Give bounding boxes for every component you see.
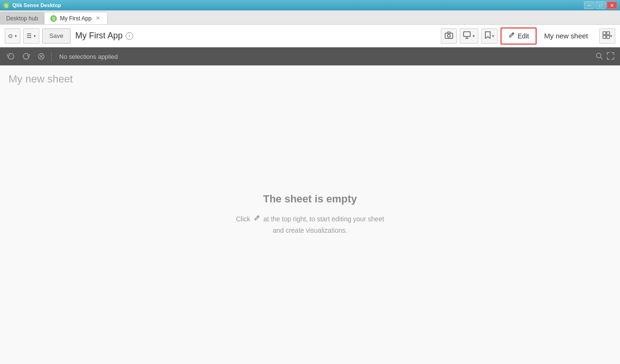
empty-state-line2: at the top right, to start editing your …: [264, 215, 384, 223]
forward-selection-button[interactable]: [21, 51, 31, 62]
window-title: Qlik Sense Desktop: [12, 2, 61, 8]
tab-my-first-app[interactable]: Q My First App ✕: [44, 12, 108, 24]
empty-state-line3: and create visualizations.: [273, 227, 347, 234]
selection-bar: No selections applied: [0, 47, 620, 65]
tab-label: My First App: [60, 15, 91, 22]
edit-button[interactable]: Edit: [501, 27, 537, 45]
save-button[interactable]: Save: [42, 28, 71, 44]
expand-button[interactable]: [607, 52, 614, 61]
tab-app-icon: Q: [50, 15, 57, 22]
info-button[interactable]: i: [126, 32, 133, 40]
pencil-icon: [508, 32, 515, 40]
svg-rect-0: [445, 33, 453, 38]
chevron-down-icon: ▾: [610, 34, 612, 38]
svg-rect-9: [603, 36, 606, 38]
app-title-text: My First App: [75, 31, 123, 41]
svg-line-15: [601, 57, 602, 59]
app-icon: Q: [3, 2, 9, 9]
svg-line-16: [257, 217, 258, 218]
no-selections-text: No selections applied: [59, 53, 591, 60]
chevron-down-icon: ▾: [15, 34, 17, 38]
tab-bar: Desktop hub Q My First App ✕: [0, 10, 620, 25]
grid-icon: [602, 31, 610, 40]
bookmark-icon: [484, 31, 491, 40]
sheet-title: My new sheet: [9, 73, 73, 85]
main-content: My new sheet The sheet is empty Click at…: [0, 65, 620, 364]
edit-label: Edit: [518, 32, 529, 40]
svg-point-1: [447, 35, 450, 37]
tab-desktop-hub[interactable]: Desktop hub: [0, 12, 44, 24]
close-button[interactable]: ✕: [607, 1, 617, 9]
chevron-down-icon: ▾: [34, 34, 36, 38]
screen-button[interactable]: ▾: [460, 28, 478, 44]
search-button[interactable]: [595, 52, 603, 61]
screenshot-button[interactable]: [441, 28, 457, 44]
toolbar: ⊙ ▾ ☰ ▾ Save My First App i: [0, 25, 620, 47]
svg-rect-10: [607, 36, 610, 38]
svg-rect-2: [447, 32, 450, 33]
minimize-button[interactable]: ─: [584, 1, 594, 9]
home-button[interactable]: ⊙ ▾: [5, 28, 20, 44]
empty-state: The sheet is empty Click at the top righ…: [236, 193, 384, 237]
empty-state-title: The sheet is empty: [236, 193, 384, 205]
monitor-icon: [463, 31, 472, 40]
chevron-down-icon: ▾: [473, 34, 475, 38]
nav-button[interactable]: ☰ ▾: [23, 28, 39, 44]
bookmark-button[interactable]: ▾: [481, 28, 498, 44]
clear-selections-button[interactable]: [36, 51, 46, 62]
camera-icon: [445, 31, 453, 40]
svg-rect-8: [607, 32, 610, 35]
empty-state-description: Click at the top right, to start editing…: [236, 214, 384, 237]
chevron-down-icon: ▾: [492, 34, 494, 38]
nav-icon: ☰: [27, 33, 32, 39]
title-bar: Q Qlik Sense Desktop ─ □ ✕: [0, 0, 620, 10]
svg-point-14: [596, 53, 601, 58]
click-text: Click: [236, 215, 250, 223]
svg-rect-3: [464, 32, 470, 36]
tab-close-button[interactable]: ✕: [94, 15, 101, 22]
inline-pencil-icon: [254, 214, 260, 225]
tab-label: Desktop hub: [6, 15, 38, 22]
maximize-button[interactable]: □: [595, 1, 606, 9]
grid-button[interactable]: ▾: [599, 28, 615, 44]
svg-line-6: [512, 34, 513, 35]
divider: [51, 52, 52, 61]
svg-rect-7: [603, 32, 606, 35]
app-title-area: My First App i: [75, 31, 133, 41]
home-icon: ⊙: [8, 33, 13, 39]
sheet-name-display: My new sheet: [539, 32, 596, 40]
back-selection-button[interactable]: [6, 51, 16, 62]
